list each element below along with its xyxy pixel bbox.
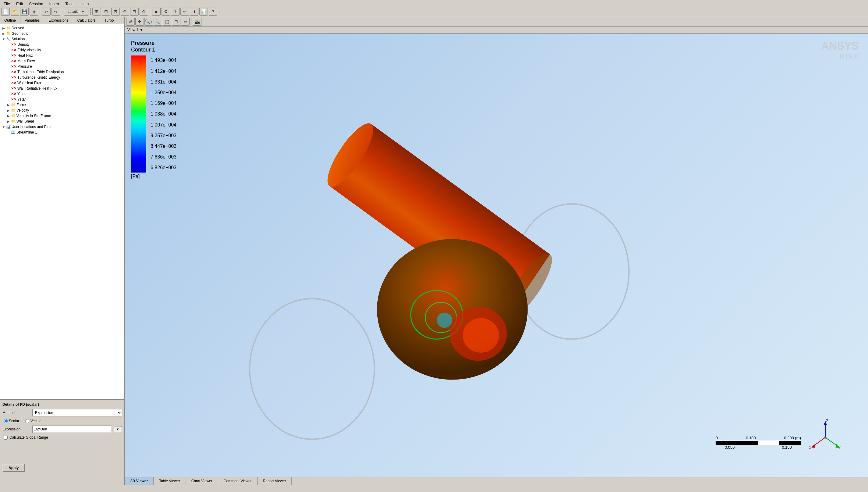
apply-row: Apply — [2, 464, 122, 472]
tree-item-massflow[interactable]: ▶ ✕✕ Mass Flow — [0, 58, 124, 64]
tree-item-velocity[interactable]: ▶ 📁 Velocity — [0, 107, 124, 113]
tab-3d-viewer[interactable]: 3D Viewer — [125, 477, 154, 485]
sep-v — [191, 18, 192, 25]
tb-redo[interactable]: ↪ — [52, 8, 60, 16]
tb-chart[interactable]: 📊 — [199, 8, 208, 16]
tb-pen[interactable]: ✏ — [180, 8, 189, 16]
tree-item-force[interactable]: ▶ 📁 Force — [0, 102, 124, 107]
view-zoom-out[interactable]: 🔍- — [154, 18, 162, 26]
tb-save[interactable]: 💾 — [20, 8, 29, 16]
tab-variables[interactable]: Variables — [20, 17, 44, 24]
tb-text[interactable]: T — [171, 8, 180, 16]
tab-expressions[interactable]: Expressions — [44, 17, 73, 24]
tree-item-geometric[interactable]: ▶ 📁 Geometric — [0, 31, 124, 36]
xx-icon-ys: ✕✕ — [11, 98, 17, 101]
tree-item-user-locations[interactable]: ▼ 📊 User Locations and Plots — [0, 124, 124, 129]
calc-global-label: Calculate Global Range — [9, 435, 48, 440]
tree-item-eddy[interactable]: ▶ ✕✕ Eddy Viscosity — [0, 47, 124, 53]
scalar-radio-label[interactable]: Scalar — [4, 419, 19, 423]
tb-location[interactable]: Location ▼ — [64, 8, 88, 16]
tb-play[interactable]: ▶ — [152, 8, 161, 16]
expand-derived[interactable]: ▶ — [1, 26, 6, 30]
label-heatflux: Heat Flux — [17, 53, 33, 57]
tb-open[interactable]: 📂 — [11, 8, 19, 16]
scale-100: 0.100 — [746, 436, 756, 440]
menu-tools[interactable]: Tools — [64, 1, 76, 6]
tree-item-turb-eddy[interactable]: ▶ ✕✕ Turbulence Eddy Dissipation — [0, 69, 124, 75]
expand-vel[interactable]: ▶ — [6, 109, 11, 112]
viewer-canvas[interactable]: Pressure Contour 1 1.493e+004 1.412e+004… — [125, 33, 868, 477]
tab-outline[interactable]: Outline — [0, 17, 20, 24]
tb-print[interactable]: 🖨 — [30, 8, 38, 16]
tree-item-wallhf[interactable]: ▶ ✕✕ Wall Heat Flux — [0, 80, 124, 85]
tb-settings[interactable]: ⚙ — [161, 8, 170, 16]
expand-vstn[interactable]: ▶ — [6, 114, 11, 118]
label-density: Density — [17, 42, 30, 47]
svg-point-12 — [824, 436, 826, 438]
tab-turbo[interactable]: Turbo — [100, 17, 119, 24]
tree-item-wall-shear[interactable]: ▶ 📁 Wall Shear — [0, 119, 124, 124]
view-zoom-box[interactable]: ⬚ — [163, 18, 171, 26]
view-cam[interactable]: 📷 — [193, 18, 201, 26]
expand-ws[interactable]: ▶ — [6, 120, 11, 123]
calc-global-checkbox[interactable] — [4, 436, 8, 440]
tree-item-ystar[interactable]: ▶ ✕✕ Ystar — [0, 97, 124, 102]
expression-input[interactable] — [32, 425, 111, 433]
tb-help[interactable]: ? — [209, 8, 217, 16]
tree-item-solution[interactable]: ▼ 🔧 Solution — [0, 36, 124, 42]
tree-item-heatflux[interactable]: ▶ ✕✕ Heat Flux — [0, 53, 124, 58]
menu-help[interactable]: Help — [79, 1, 90, 6]
vector-radio[interactable] — [25, 419, 29, 423]
tree-item-wallradhf[interactable]: ▶ ✕✕ Wall Radiative Heat Flux — [0, 85, 124, 91]
apply-button[interactable]: Apply — [2, 464, 25, 472]
expression-dropdown[interactable]: ▼ — [114, 426, 122, 432]
view-dropdown[interactable]: ▼ — [139, 28, 143, 32]
view-rotate[interactable]: ↺ — [126, 18, 135, 26]
scalar-radio[interactable] — [4, 419, 8, 423]
menu-session[interactable]: Session — [28, 1, 44, 6]
folder-icon-ws: 📁 — [11, 119, 16, 123]
method-label: Method — [2, 411, 30, 415]
tab-table-viewer[interactable]: Table Viewer — [154, 477, 186, 485]
label-yplus: Yplus — [17, 92, 26, 96]
expand-geometric[interactable]: ▶ — [1, 32, 6, 35]
tb-new[interactable]: 📄 — [1, 8, 10, 16]
menu-file[interactable]: File — [2, 1, 11, 6]
tb-v3[interactable]: ⊠ — [111, 8, 120, 16]
method-select[interactable]: Expression — [32, 409, 122, 416]
tree-panel[interactable]: ▶ 📁 Derived ▶ 📁 Geometric ▼ 🔧 Solution ▶… — [0, 24, 124, 399]
scalar-vector-group: Scalar Vector — [4, 419, 122, 423]
tab-report-viewer[interactable]: Report Viewer — [258, 477, 292, 485]
tree-item-turb-ke[interactable]: ▶ ✕✕ Turbulence Kinetic Energy — [0, 75, 124, 80]
tree-item-streamline1[interactable]: ▶ 🌊 Streamline 1 — [0, 129, 124, 135]
tb-info[interactable]: ℹ — [190, 8, 198, 16]
expand-force[interactable]: ▶ — [6, 103, 11, 107]
vector-label: Vector — [30, 419, 41, 423]
tb-undo[interactable]: ↩ — [42, 8, 51, 16]
view-fit[interactable]: ⊡ — [172, 18, 180, 26]
tab-comment-viewer[interactable]: Comment Viewer — [218, 477, 258, 485]
expand-user[interactable]: ▼ — [1, 125, 6, 129]
tab-calculators[interactable]: Calculators — [73, 17, 100, 24]
tb-v4[interactable]: ⊕ — [121, 8, 129, 16]
menu-insert[interactable]: Insert — [48, 1, 61, 6]
view-zoom-in[interactable]: 🔍+ — [145, 18, 153, 26]
sep-4 — [150, 8, 150, 15]
view-select-box[interactable]: ▭ — [181, 18, 189, 26]
tree-item-yplus[interactable]: ▶ ✕✕ Yplus — [0, 91, 124, 97]
label-streamline1: Streamline 1 — [17, 130, 37, 134]
tb-v2[interactable]: ⊟ — [102, 8, 110, 16]
tree-item-pressure[interactable]: ▶ ✕✕ Pressure — [0, 64, 124, 69]
tree-item-derived[interactable]: ▶ 📁 Derived — [0, 25, 124, 31]
tree-item-vel-stn[interactable]: ▶ 📁 Velocity in Stn Frame — [0, 113, 124, 119]
vector-radio-label[interactable]: Vector — [25, 419, 41, 423]
expand-solution[interactable]: ▼ — [1, 38, 6, 41]
toolbar-area: File Edit Session Insert Tools Help 📄 📂 … — [0, 0, 868, 17]
tb-v5[interactable]: ⊡ — [130, 8, 139, 16]
tree-item-density[interactable]: ▶ ✕✕ Density — [0, 42, 124, 47]
menu-edit[interactable]: Edit — [15, 1, 24, 6]
tb-v6[interactable]: ⊘ — [139, 8, 148, 16]
view-pan[interactable]: ✥ — [135, 18, 144, 26]
tb-v1[interactable]: ⊞ — [92, 8, 101, 16]
tab-chart-viewer[interactable]: Chart Viewer — [186, 477, 218, 485]
